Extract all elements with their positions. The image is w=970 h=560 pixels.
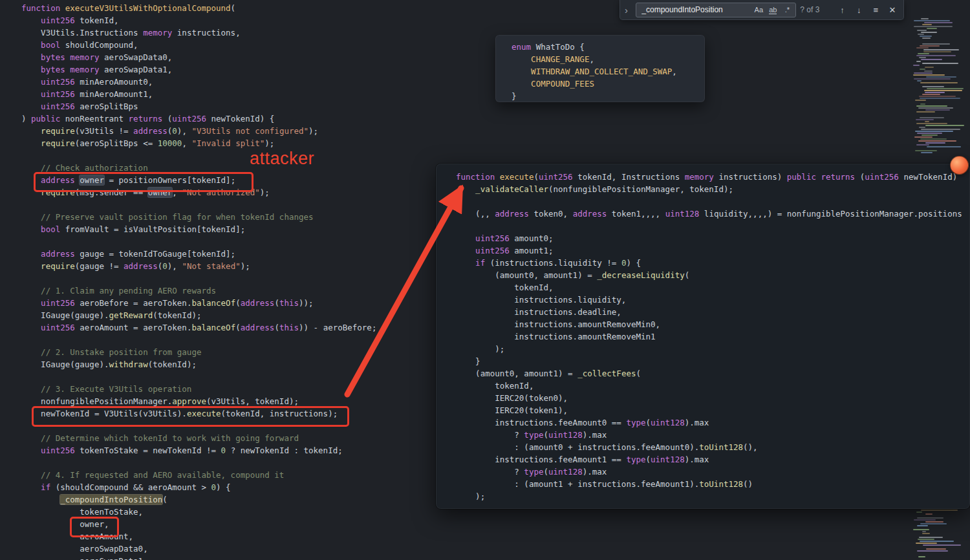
- code-line[interactable]: }: [512, 90, 704, 102]
- code-line[interactable]: IERC20(token1),: [456, 404, 969, 416]
- editor-code-left[interactable]: function executeV3UtilsWithOptionalCompo…: [21, 2, 376, 560]
- toggle-replace-icon[interactable]: ›: [625, 5, 632, 15]
- code-token: (tokenId);: [148, 360, 197, 369]
- code-line[interactable]: IERC20(token0),: [456, 392, 969, 404]
- code-line[interactable]: uint256 aeroSplitBps: [21, 100, 376, 113]
- code-line[interactable]: instructions.liquidity,: [456, 294, 969, 306]
- code-line[interactable]: WITHDRAW_AND_COLLECT_AND_SWAP,: [512, 65, 704, 78]
- avatar-badge[interactable]: [950, 156, 969, 175]
- code-line[interactable]: [21, 457, 376, 469]
- regex-icon[interactable]: .*: [781, 4, 793, 16]
- code-line[interactable]: bytes memory aeroSwapData1,: [21, 63, 376, 76]
- code-line[interactable]: _compoundIntoPosition(: [21, 493, 376, 506]
- code-token: [21, 40, 41, 50]
- code-line[interactable]: [21, 371, 376, 383]
- code-line[interactable]: // 2. Unstake position from gauge: [21, 346, 376, 358]
- code-line[interactable]: uint256 minAeroAmount0,: [21, 76, 376, 88]
- code-line[interactable]: [21, 272, 376, 285]
- code-line[interactable]: instructions.feeAmount1 == type(uint128)…: [456, 453, 969, 466]
- code-line[interactable]: [21, 149, 376, 162]
- code-line[interactable]: [456, 220, 969, 232]
- code-line[interactable]: uint256 aeroBefore = aeroToken.balanceOf…: [21, 297, 376, 309]
- minimap-line: [913, 556, 969, 558]
- code-line[interactable]: tokenId,: [456, 281, 969, 294]
- code-line[interactable]: COMPOUND_FEES: [512, 78, 704, 90]
- code-line[interactable]: [21, 199, 376, 211]
- code-token: this: [279, 323, 299, 332]
- code-line[interactable]: if (instructions.liquidity != 0) {: [456, 257, 969, 269]
- code-line[interactable]: aeroSwapData1,: [21, 555, 376, 560]
- find-in-selection-icon[interactable]: ≡: [869, 3, 882, 17]
- code-token: type: [626, 418, 645, 427]
- code-line[interactable]: : (amount1 + instructions.feeAmount1).to…: [456, 478, 969, 490]
- minimap[interactable]: [913, 510, 969, 559]
- code-line[interactable]: function executeV3UtilsWithOptionalCompo…: [21, 2, 376, 14]
- next-match-icon[interactable]: ↓: [852, 3, 865, 17]
- editor-code-right[interactable]: function execute(uint256 tokenId, Instru…: [456, 171, 969, 502]
- annotation-box-owner-assignment: [34, 172, 253, 192]
- find-results-count: ? of 3: [800, 5, 832, 14]
- code-token: _decreaseLiquidity: [597, 270, 684, 280]
- code-line[interactable]: bool fromVault = isVaultPosition[tokenId…: [21, 223, 376, 235]
- code-line[interactable]: aeroSwapData0,: [21, 543, 376, 555]
- code-token: [21, 102, 41, 111]
- code-line[interactable]: address gauge = tokenIdToGauge[tokenId];: [21, 248, 376, 260]
- code-line[interactable]: instructions.deadline,: [456, 306, 969, 318]
- find-input[interactable]: [640, 5, 751, 15]
- code-line[interactable]: IGauge(gauge).getReward(tokenId);: [21, 309, 376, 321]
- code-line[interactable]: uint256 amount0;: [456, 232, 969, 244]
- code-line[interactable]: uint256 tokenId,: [21, 14, 376, 27]
- code-line[interactable]: uint256 tokenToStake = newTokenId != 0 ?…: [21, 444, 376, 457]
- match-case-icon[interactable]: Aa: [752, 4, 765, 16]
- code-line[interactable]: CHANGE_RANGE,: [512, 53, 704, 65]
- code-line[interactable]: // Determine which tokenId to work with …: [21, 432, 376, 444]
- code-line[interactable]: enum WhatToDo {: [512, 41, 704, 53]
- code-line[interactable]: uint256 aeroAmount = aeroToken.balanceOf…: [21, 321, 376, 334]
- code-line[interactable]: (amount0, amount1) = _collectFees(: [456, 367, 969, 380]
- code-line[interactable]: ) public nonReentrant returns (uint256 n…: [21, 113, 376, 125]
- minimap[interactable]: [913, 18, 969, 155]
- code-token: COMPOUND_FEES: [531, 79, 594, 89]
- code-line[interactable]: : (amount0 + instructions.feeAmount0).to…: [456, 441, 969, 453]
- previous-match-icon[interactable]: ↑: [836, 3, 849, 17]
- code-line[interactable]: ? type(uint128).max: [456, 466, 969, 478]
- code-line[interactable]: }: [456, 355, 969, 367]
- code-line[interactable]: uint256 amount1;: [456, 244, 969, 257]
- enum-code[interactable]: enum WhatToDo { CHANGE_RANGE, WITHDRAW_A…: [512, 41, 704, 102]
- code-line[interactable]: // 4. If requested and AERO available, c…: [21, 469, 376, 481]
- code-line[interactable]: function execute(uint256 tokenId, Instru…: [456, 171, 969, 183]
- code-line[interactable]: (amount0, amount1) = _decreaseLiquidity(: [456, 269, 969, 281]
- code-line[interactable]: // 3. Execute V3Utils operation: [21, 383, 376, 395]
- whole-word-icon[interactable]: ab: [766, 4, 779, 16]
- code-line[interactable]: // Preserve vault position flag for when…: [21, 211, 376, 223]
- code-token: (: [274, 323, 279, 332]
- code-line[interactable]: IGauge(gauge).withdraw(tokenId);: [21, 358, 376, 371]
- code-line[interactable]: bytes memory aeroSwapData0,: [21, 51, 376, 63]
- code-line[interactable]: bool shouldCompound,: [21, 39, 376, 51]
- code-token: ).max: [583, 467, 607, 477]
- close-icon[interactable]: ✕: [886, 3, 899, 17]
- code-line[interactable]: if (shouldCompound && aeroAmount > 0) {: [21, 481, 376, 493]
- code-line[interactable]: _validateCaller(nonfungiblePositionManag…: [456, 183, 969, 195]
- code-line[interactable]: require(aeroSplitBps <= 10000, "Invalid …: [21, 137, 376, 149]
- code-line[interactable]: // 1. Claim any pending AERO rewards: [21, 285, 376, 297]
- code-line[interactable]: require(v3Utils != address(0), "V3Utils …: [21, 125, 376, 137]
- code-line[interactable]: [456, 195, 969, 208]
- code-line[interactable]: V3Utils.Instructions memory instructions…: [21, 27, 376, 39]
- code-token: uint128: [665, 209, 700, 219]
- code-line[interactable]: uint256 minAeroAmount1,: [21, 88, 376, 100]
- code-line[interactable]: [21, 235, 376, 248]
- code-token: (: [162, 114, 172, 124]
- code-line[interactable]: );: [456, 343, 969, 355]
- code-token: );: [456, 491, 485, 501]
- code-line[interactable]: );: [456, 490, 969, 502]
- code-line[interactable]: instructions.feeAmount0 == type(uint128)…: [456, 416, 969, 429]
- code-line[interactable]: ? type(uint128).max: [456, 429, 969, 441]
- code-line[interactable]: instructions.amountRemoveMin1: [456, 330, 969, 343]
- code-line[interactable]: [21, 334, 376, 346]
- code-line[interactable]: require(gauge != address(0), "Not staked…: [21, 260, 376, 272]
- code-line[interactable]: (,, address token0, address token1,,,, u…: [456, 208, 969, 220]
- code-token: uint256: [172, 114, 206, 124]
- code-line[interactable]: instructions.amountRemoveMin0,: [456, 318, 969, 330]
- code-line[interactable]: tokenId,: [456, 380, 969, 392]
